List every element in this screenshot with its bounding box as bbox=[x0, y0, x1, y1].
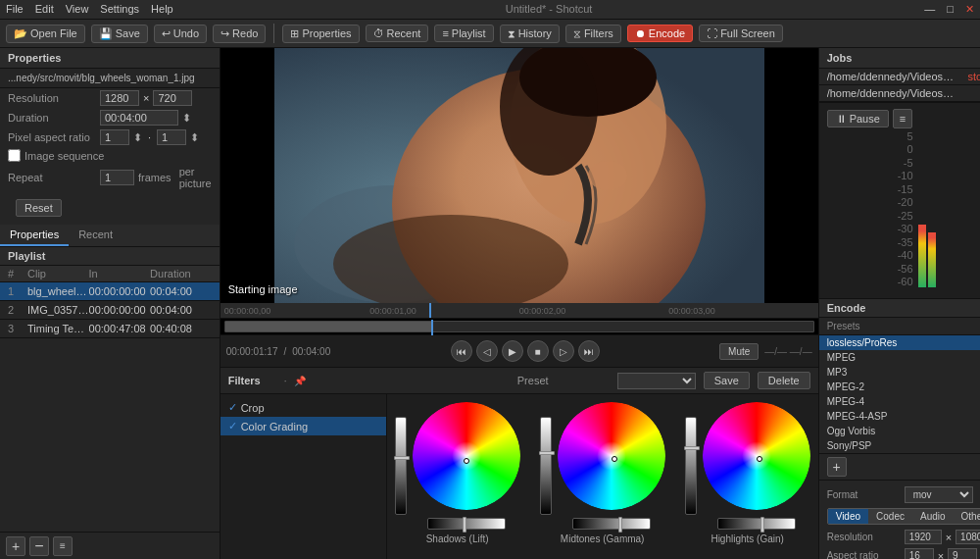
playlist-add-button[interactable]: + bbox=[6, 536, 25, 556]
shadows-group: Shadows (Lift) bbox=[395, 402, 520, 544]
resolution-width-input[interactable] bbox=[100, 90, 139, 106]
preset-add-button[interactable]: + bbox=[827, 457, 847, 477]
highlights-horiz-handle[interactable] bbox=[760, 517, 764, 533]
preset-mp3[interactable]: MP3 bbox=[819, 365, 980, 380]
menu-settings[interactable]: Settings bbox=[100, 3, 139, 16]
preset-mpeg[interactable]: MPEG bbox=[819, 350, 980, 365]
filters-button[interactable]: ⧖ Filters bbox=[565, 25, 621, 43]
highlights-vert-slider[interactable] bbox=[685, 417, 697, 515]
shadows-horiz-handle[interactable] bbox=[463, 517, 466, 533]
preset-mpeg2[interactable]: MPEG-2 bbox=[819, 380, 980, 394]
filters-delete-button[interactable]: Delete bbox=[758, 372, 810, 389]
shadows-horiz-slider[interactable] bbox=[427, 518, 506, 530]
duration-spin[interactable]: ⬍ bbox=[182, 112, 191, 125]
playlist-row-3[interactable]: 3 Timing Testsl... 00:00:47:08 00:40:08 bbox=[0, 320, 220, 338]
playlist-row-1[interactable]: 1 blg_wheels_... 00:00:00:00 00:04:00 bbox=[0, 282, 220, 301]
menu-view[interactable]: View bbox=[66, 3, 89, 16]
preset-mpeg4-asp[interactable]: MPEG-4-ASP bbox=[819, 409, 980, 424]
history-button[interactable]: ⧗ History bbox=[500, 25, 560, 43]
resolution-height-input[interactable] bbox=[153, 90, 192, 106]
highlights-wheel[interactable] bbox=[703, 402, 810, 510]
shadows-controls bbox=[395, 402, 520, 530]
preset-lossless-prores[interactable]: lossless/ProRes bbox=[819, 335, 980, 350]
mute-button[interactable]: Mute bbox=[719, 343, 759, 360]
filter-item-crop[interactable]: ✓ Crop bbox=[220, 398, 386, 417]
timeline-track[interactable] bbox=[224, 321, 814, 332]
resolution-encode-h[interactable] bbox=[956, 530, 980, 544]
menu-help[interactable]: Help bbox=[151, 3, 173, 16]
open-file-button[interactable]: 📂 Open File bbox=[6, 25, 85, 43]
shadows-vert-slider[interactable] bbox=[395, 417, 407, 515]
preset-mpeg4[interactable]: MPEG-4 bbox=[819, 394, 980, 409]
highlights-dot[interactable] bbox=[757, 456, 762, 462]
aspect-w[interactable] bbox=[905, 548, 934, 559]
filter-item-color-grading[interactable]: ✓ Color Grading bbox=[220, 417, 386, 435]
highlights-vert-handle[interactable] bbox=[684, 446, 700, 450]
encode-button[interactable]: ⏺ Encode bbox=[627, 25, 693, 42]
undo-button[interactable]: ↩ Undo bbox=[154, 25, 207, 43]
menu-file[interactable]: File bbox=[6, 3, 24, 16]
window-minimize[interactable]: — bbox=[924, 3, 935, 16]
tab-audio[interactable]: Audio bbox=[912, 509, 954, 524]
shadows-vert-handle[interactable] bbox=[394, 456, 410, 460]
pixel-aspect-1-input[interactable] bbox=[100, 129, 129, 145]
filters-pin-btn[interactable]: 📌 bbox=[294, 376, 306, 386]
tab-recent[interactable]: Recent bbox=[69, 225, 122, 246]
pixel-aspect-spin-2[interactable]: ⬍ bbox=[190, 131, 199, 144]
preset-ogg-vorbis[interactable]: Ogg Vorbis bbox=[819, 424, 980, 438]
vu-menu-button[interactable]: ≡ bbox=[893, 109, 912, 128]
midtones-wheel[interactable] bbox=[558, 402, 665, 510]
stop-button[interactable]: ■ bbox=[527, 340, 549, 362]
skip-start-button[interactable]: ⏮ bbox=[451, 340, 472, 362]
highlights-horiz-slider[interactable] bbox=[717, 518, 796, 530]
timeline-head[interactable] bbox=[431, 320, 433, 335]
playlist-menu-button[interactable]: ≡ bbox=[53, 536, 73, 556]
save-button[interactable]: 💾 Save bbox=[91, 25, 148, 43]
midtones-dot[interactable] bbox=[612, 456, 617, 462]
color-wheels: Shadows (Lift) bbox=[395, 402, 810, 544]
tab-other[interactable]: Other bbox=[954, 509, 980, 524]
playlist-button[interactable]: ≡ Playlist bbox=[434, 25, 493, 42]
window-maximize[interactable]: □ bbox=[947, 3, 954, 16]
midtones-horiz-slider[interactable] bbox=[572, 518, 651, 530]
playlist-spacer bbox=[0, 338, 220, 532]
preset-select[interactable] bbox=[617, 373, 696, 389]
aspect-h[interactable] bbox=[948, 548, 977, 559]
skip-end-button[interactable]: ⏭ bbox=[578, 340, 600, 362]
job-item-1[interactable]: /home/ddennedy/Videos/test.mov stopped bbox=[819, 69, 980, 85]
midtones-vert-slider[interactable] bbox=[540, 417, 552, 515]
recent-button[interactable]: ⏱ Recent bbox=[366, 25, 429, 42]
playlist-row-2[interactable]: 2 IMG_0357.JPG 00:00:00:00 00:04:00 bbox=[0, 301, 220, 320]
resolution-encode-w[interactable] bbox=[905, 530, 942, 544]
pixel-aspect-spin-1[interactable]: ⬍ bbox=[133, 131, 142, 144]
filters-save-button[interactable]: Save bbox=[704, 372, 750, 389]
redo-button[interactable]: ↪ Redo bbox=[213, 25, 266, 43]
window-close[interactable]: ✕ bbox=[965, 3, 974, 16]
prev-frame-button[interactable]: ◁ bbox=[476, 340, 498, 362]
midtones-horiz-handle[interactable] bbox=[618, 517, 622, 533]
preset-sony-psp[interactable]: Sony/PSP bbox=[819, 438, 980, 453]
fullscreen-button[interactable]: ⛶ Full Screen bbox=[699, 25, 783, 42]
filters-collapse-btn[interactable]: · bbox=[284, 376, 287, 386]
duration-input[interactable] bbox=[100, 110, 178, 126]
reset-button[interactable]: Reset bbox=[16, 199, 62, 217]
encode-icon: ⏺ bbox=[635, 27, 646, 39]
next-frame-button[interactable]: ▷ bbox=[553, 340, 574, 362]
job-item-2[interactable]: /home/ddennedy/Videos/test.mov done bbox=[819, 85, 980, 102]
tab-properties[interactable]: Properties bbox=[0, 225, 69, 246]
play-button[interactable]: ▶ bbox=[502, 340, 523, 362]
tab-codec[interactable]: Codec bbox=[868, 509, 912, 524]
vu-pause-button[interactable]: ⏸ Pause bbox=[827, 110, 889, 127]
pixel-aspect-2-input[interactable] bbox=[157, 129, 186, 145]
midtones-vert-handle[interactable] bbox=[539, 451, 555, 455]
timeline-ruler[interactable]: 00:00:00,00 00:00:01,00 00:00:02,00 00:0… bbox=[220, 303, 818, 319]
menu-edit[interactable]: Edit bbox=[35, 3, 54, 16]
properties-button[interactable]: ⊞ Properties bbox=[282, 25, 359, 43]
format-select[interactable]: mov bbox=[905, 486, 973, 503]
shadows-wheel[interactable] bbox=[413, 402, 520, 510]
tab-video[interactable]: Video bbox=[828, 509, 868, 524]
repeat-input[interactable] bbox=[100, 170, 134, 185]
playlist-remove-button[interactable]: − bbox=[29, 536, 49, 556]
playlist-icon: ≡ bbox=[442, 27, 448, 39]
image-sequence-checkbox[interactable] bbox=[8, 149, 21, 162]
